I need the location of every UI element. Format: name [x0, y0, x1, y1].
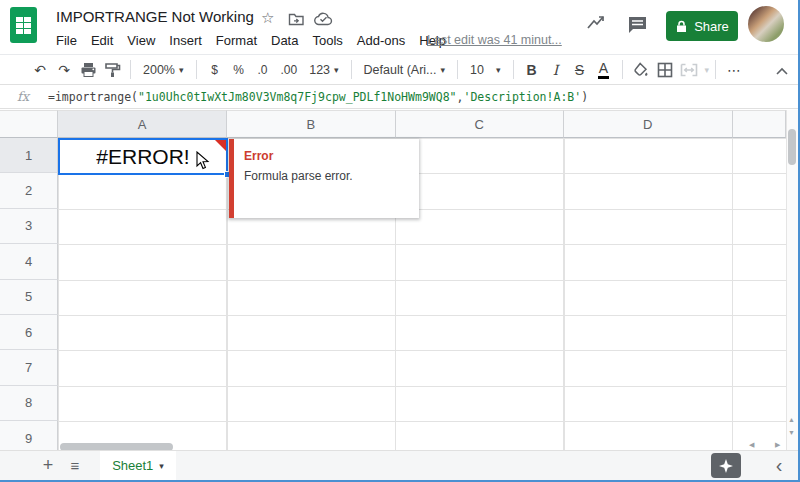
row-header-5[interactable]: 5	[0, 280, 58, 315]
sheets-logo-icon[interactable]	[10, 7, 37, 43]
add-sheet-button[interactable]: +	[36, 453, 60, 477]
font-family-select[interactable]: Default (Ari...▾	[358, 58, 451, 82]
increase-decimal-button[interactable]: .00	[275, 58, 304, 82]
column-header-c[interactable]: C	[396, 110, 565, 138]
chevron-down-icon: ▾	[179, 65, 184, 75]
document-title[interactable]: IMPORTRANGE Not Working	[56, 8, 254, 25]
all-sheets-button[interactable]: ≡	[63, 453, 87, 477]
formula-bar: fx =importrange("1u0Uhc0tIwXtJm80V3Vm8q7…	[0, 86, 798, 109]
bold-button[interactable]: B	[520, 58, 544, 82]
menu-bar: File Edit View Insert Format Data Tools …	[49, 30, 453, 52]
scroll-right-button[interactable]: ▶	[775, 441, 780, 449]
error-corner-marker	[215, 140, 226, 151]
sheet-tab-label: Sheet1	[112, 458, 153, 473]
column-header-b[interactable]: B	[227, 110, 396, 138]
row-header-6[interactable]: 6	[0, 315, 58, 350]
menu-insert[interactable]: Insert	[162, 30, 209, 52]
mouse-cursor	[196, 151, 210, 174]
menu-edit[interactable]: Edit	[84, 30, 120, 52]
fx-icon: fx	[17, 89, 29, 104]
row-headers: 1 2 3 4 5 6 7 8 9	[0, 138, 58, 450]
paint-format-button[interactable]	[100, 58, 124, 82]
sheet-tab-sheet1[interactable]: Sheet1 ▾	[100, 451, 176, 480]
merge-cells-button[interactable]	[677, 58, 701, 82]
menu-tools[interactable]: Tools	[305, 30, 349, 52]
number-format-select[interactable]: 123▾	[303, 58, 344, 82]
select-all-corner[interactable]	[0, 110, 58, 138]
row-header-7[interactable]: 7	[0, 350, 58, 385]
scroll-down-button[interactable]: ▼	[788, 429, 795, 436]
comment-history-icon[interactable]	[627, 15, 648, 38]
vertical-scrollbar-thumb[interactable]	[788, 129, 796, 165]
column-headers: A B C D	[0, 110, 786, 138]
toolbar-separator	[196, 60, 197, 79]
google-sheets-window: IMPORTRANGE Not Working ☆ File Edit View…	[0, 0, 800, 482]
move-to-folder-icon[interactable]	[288, 12, 305, 31]
font-size-select[interactable]: 10▾	[464, 58, 506, 82]
error-tooltip-message: Formula parse error.	[244, 169, 353, 183]
error-tooltip: Error Formula parse error.	[229, 139, 419, 218]
cloud-saved-icon[interactable]	[314, 12, 333, 30]
strikethrough-button[interactable]: S	[568, 58, 592, 82]
scroll-left-button[interactable]: ◀	[749, 441, 754, 449]
row-header-4[interactable]: 4	[0, 244, 58, 279]
bottom-bar: + ≡ Sheet1 ▾ ‹	[0, 450, 798, 480]
toolbar-separator	[513, 60, 514, 79]
row-header-8[interactable]: 8	[0, 386, 58, 421]
zoom-select[interactable]: 200%▾	[137, 58, 190, 82]
menu-format[interactable]: Format	[209, 30, 264, 52]
sheets-logo-grid	[16, 17, 31, 34]
column-header-partial[interactable]	[733, 110, 787, 138]
text-color-button[interactable]: A	[592, 58, 616, 82]
grid-cells[interactable]	[58, 138, 786, 450]
chevron-down-icon: ▾	[496, 65, 501, 75]
row-header-9[interactable]: 9	[0, 421, 58, 450]
merge-options-caret[interactable]: ▾	[705, 65, 710, 75]
explore-button[interactable]	[711, 453, 741, 478]
toolbar-separator	[457, 60, 458, 79]
avatar[interactable]	[748, 6, 784, 42]
top-bar: IMPORTRANGE Not Working ☆ File Edit View…	[0, 0, 798, 55]
format-currency-button[interactable]: $	[203, 58, 227, 82]
toolbar-separator	[715, 60, 716, 79]
lock-icon	[675, 20, 688, 33]
toolbar: ↶ ↷ 200%▾ $ % .0 .00 123▾ Default (Ari..…	[0, 55, 798, 85]
column-header-d[interactable]: D	[564, 110, 733, 138]
menu-data[interactable]: Data	[264, 30, 305, 52]
chevron-down-icon: ▾	[441, 65, 446, 75]
italic-button[interactable]: I	[544, 58, 568, 82]
more-toolbar-button[interactable]: ⋯	[722, 58, 746, 82]
decrease-decimal-button[interactable]: .0	[251, 58, 275, 82]
column-header-a[interactable]: A	[58, 110, 227, 138]
collapse-toolbar-button[interactable]	[772, 61, 792, 81]
toolbar-separator	[351, 60, 352, 79]
toolbar-separator	[622, 60, 623, 79]
row-header-1[interactable]: 1	[0, 138, 58, 173]
menu-file[interactable]: File	[49, 30, 84, 52]
explore-star-icon	[719, 459, 733, 473]
row-header-2[interactable]: 2	[0, 173, 58, 208]
row-header-3[interactable]: 3	[0, 209, 58, 244]
borders-button[interactable]	[653, 58, 677, 82]
error-tooltip-bar	[229, 139, 234, 218]
activity-trend-icon[interactable]	[585, 13, 607, 37]
cell-a1-value: #ERROR!	[96, 145, 189, 169]
share-button-label: Share	[694, 19, 729, 34]
chevron-down-icon: ▾	[334, 65, 339, 75]
formula-input[interactable]: =importrange("1u0Uhc0tIwXtJm80V3Vm8q7Fj9…	[48, 90, 588, 104]
star-icon[interactable]: ☆	[261, 9, 274, 27]
scroll-up-button[interactable]: ▲	[788, 416, 795, 423]
fill-color-button[interactable]	[629, 58, 653, 82]
menu-view[interactable]: View	[120, 30, 162, 52]
toolbar-separator	[130, 60, 131, 79]
redo-button[interactable]: ↷	[52, 58, 76, 82]
error-tooltip-title: Error	[244, 149, 273, 163]
last-edit-link[interactable]: Last edit was 41 minut...	[427, 33, 562, 47]
print-button[interactable]	[76, 58, 100, 82]
share-button[interactable]: Share	[666, 11, 738, 41]
undo-button[interactable]: ↶	[28, 58, 52, 82]
menu-addons[interactable]: Add-ons	[350, 30, 412, 52]
sheet-tab-menu-caret[interactable]: ▾	[159, 461, 164, 471]
format-percent-button[interactable]: %	[227, 58, 251, 82]
show-side-panel-button[interactable]: ‹	[766, 452, 792, 478]
